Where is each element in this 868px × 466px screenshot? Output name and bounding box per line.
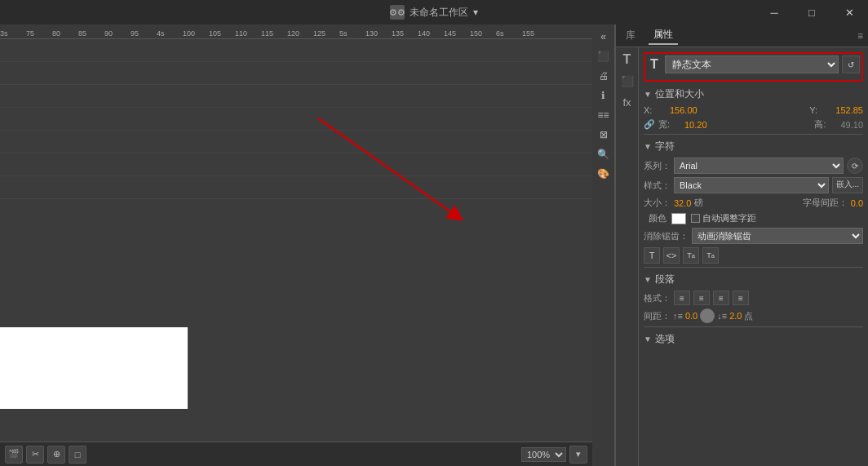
workspace-dropdown-icon[interactable]: ▾ <box>473 7 478 18</box>
paragraph-section-header[interactable]: ▼ 段落 <box>644 270 863 289</box>
divider2 <box>644 267 863 268</box>
auto-kern-checkbox[interactable] <box>691 214 700 223</box>
spacing-row: 间距： ↑≡ 0.0 ↓≡ 2.0 点 <box>644 308 863 323</box>
position-size-section-header[interactable]: ▼ 位置和大小 <box>644 85 863 104</box>
character-arrow: ▼ <box>644 142 652 151</box>
color-row: 颜色 自动调整字距 <box>644 212 863 224</box>
selection-arrow: ▼ <box>644 335 652 344</box>
h-value[interactable]: 49.10 <box>840 120 863 130</box>
paragraph-arrow: ▼ <box>644 275 652 284</box>
format-sup-button[interactable]: Ta <box>683 247 699 264</box>
box-icon-button[interactable]: □ <box>69 446 86 464</box>
mask-icon[interactable]: ⬛ <box>618 72 636 90</box>
tab-library[interactable]: 库 <box>621 27 640 44</box>
zoom-select[interactable]: 100% <box>521 447 566 462</box>
transform-icon-button[interactable]: ⊠ <box>595 126 613 144</box>
layers-icon-button[interactable]: ≡≡ <box>595 106 613 124</box>
format-bold-button[interactable]: T <box>644 247 660 264</box>
camera-icon-button[interactable]: 🎬 <box>5 446 23 464</box>
align-left-button[interactable]: ≡ <box>674 291 690 305</box>
ruler-mark: 130 <box>365 29 378 38</box>
props-container: T ⬛ fx T 静态文本 ↺ ▼ <box>616 47 868 466</box>
zoom-dropdown-button[interactable]: ▾ <box>569 446 587 464</box>
antialias-select[interactable]: 动画消除锯齿 <box>692 228 863 244</box>
tracking-value[interactable]: 0.0 <box>851 198 863 208</box>
ruler-mark: 145 <box>444 29 456 38</box>
style-label: 样式： <box>644 180 671 192</box>
track-row <box>0 39 592 62</box>
text-type-icon: T <box>647 57 662 72</box>
align-center-button[interactable]: ≡ <box>693 291 710 305</box>
spacing-unit: 点 <box>744 310 753 322</box>
font-size-value[interactable]: 32.0 <box>674 198 691 208</box>
vertical-toolbar: « ⬛ 🖨 ℹ ≡≡ ⊠ 🔍 🎨 <box>592 24 615 466</box>
y-value[interactable]: 152.85 <box>835 105 863 115</box>
reset-button[interactable]: ↺ <box>842 55 860 73</box>
title-buttons: ─ □ ✕ <box>755 0 868 24</box>
ruler-mark: 90 <box>104 29 113 38</box>
h-label: 高: <box>814 118 837 131</box>
restore-button[interactable]: □ <box>793 0 830 24</box>
selection-section-header[interactable]: ▼ 选项 <box>644 330 863 348</box>
collapse-icon-button[interactable]: « <box>595 28 613 46</box>
text-type-row: T 静态文本 ↺ <box>647 55 860 73</box>
font-family-select[interactable]: Arial <box>674 158 844 174</box>
ruler-numbers: 3s 75 80 85 90 95 4s 100 105 110 115 120… <box>0 24 592 39</box>
ruler: 3s 75 80 85 90 95 4s 100 105 110 115 120… <box>0 24 592 39</box>
ruler-mark: 6s <box>496 29 504 38</box>
embed-button[interactable]: 嵌入... <box>832 177 863 193</box>
track-row <box>0 62 592 85</box>
format-label: 格式： <box>644 292 671 304</box>
minimize-button[interactable]: ─ <box>755 0 793 24</box>
position-size-arrow: ▼ <box>644 90 652 99</box>
antialias-label: 消除锯齿： <box>644 230 689 242</box>
color-icon-button[interactable]: 🎨 <box>595 165 613 183</box>
font-family-row: 系列： Arial ⟳ <box>644 158 863 174</box>
position-size-title: 位置和大小 <box>655 87 704 101</box>
ruler-mark: 100 <box>183 29 195 38</box>
info-icon-button[interactable]: ℹ <box>595 87 613 104</box>
add-icon-button[interactable]: ⊕ <box>47 446 65 464</box>
sync-font-button[interactable]: ⟳ <box>847 158 863 174</box>
character-section-header[interactable]: ▼ 字符 <box>644 137 863 156</box>
gear-icon[interactable]: ⚙⚙ <box>390 5 405 20</box>
size-unit: 磅 <box>694 197 703 209</box>
w-value[interactable]: 10.20 <box>684 120 707 130</box>
y-label: Y: <box>809 105 832 115</box>
ruler-mark: 125 <box>313 29 326 38</box>
preview-icon-button[interactable]: ⬛ <box>595 47 613 65</box>
spacing-circle <box>700 308 715 323</box>
cut-icon-button[interactable]: ✂ <box>26 446 44 464</box>
format-sub-button[interactable]: Ta <box>702 247 719 264</box>
title-bar-center: ⚙⚙ 未命名工作区 ▾ <box>390 5 478 20</box>
ruler-mark: 3s <box>0 29 8 38</box>
ruler-mark: 75 <box>26 29 34 38</box>
align-justify-button[interactable]: ≡ <box>733 291 749 305</box>
size-label: 大小： <box>644 197 671 209</box>
x-label: X: <box>644 105 666 115</box>
align-right-button[interactable]: ≡ <box>713 291 729 305</box>
format-code-button[interactable]: <> <box>663 247 680 264</box>
before-value[interactable]: 0.0 <box>685 311 698 321</box>
after-value[interactable]: 2.0 <box>729 311 742 321</box>
close-button[interactable]: ✕ <box>830 0 868 24</box>
divider3 <box>644 326 863 327</box>
tracking-label: 字母间距： <box>803 197 848 209</box>
text-type-select[interactable]: 静态文本 <box>665 55 839 73</box>
render-icon-button[interactable]: 🖨 <box>595 67 613 85</box>
x-value[interactable]: 156.00 <box>670 105 698 115</box>
panel-menu-icon[interactable]: ≡ <box>857 30 863 42</box>
tab-properties[interactable]: 属性 <box>649 26 678 45</box>
w-label: 宽: <box>658 118 681 131</box>
size-tracking-row: 大小： 32.0 磅 字母间距： 0.0 <box>644 197 863 209</box>
ruler-mark: 110 <box>235 29 247 38</box>
color-swatch[interactable] <box>671 213 686 224</box>
effect-icon[interactable]: fx <box>618 93 636 111</box>
font-style-select[interactable]: Black <box>674 177 829 193</box>
properties-content: T 静态文本 ↺ ▼ 位置和大小 X: 156.00 Y: <box>639 47 868 466</box>
search-icon-button[interactable]: 🔍 <box>595 145 613 163</box>
divider <box>644 134 863 135</box>
text-tool-icon[interactable]: T <box>618 51 636 69</box>
right-panel: 库 属性 ≡ T ⬛ fx T 静态文本 <box>615 24 868 466</box>
tracks-area <box>0 39 592 442</box>
